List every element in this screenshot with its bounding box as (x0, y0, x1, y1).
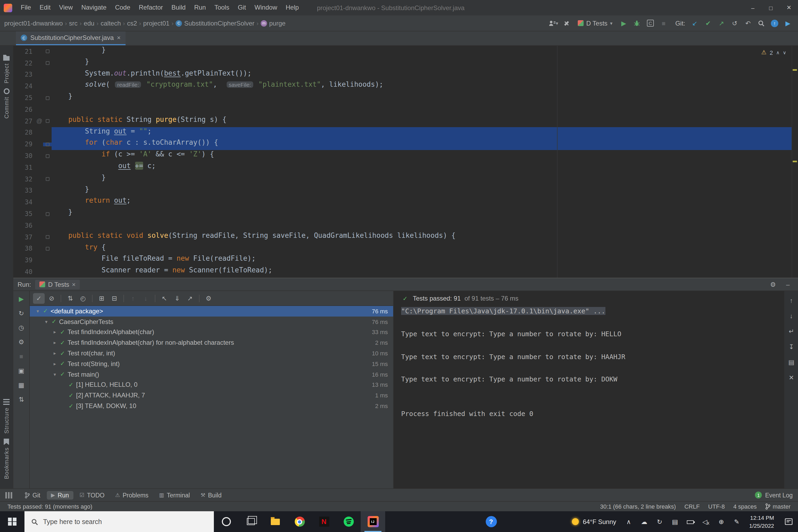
fold-marker[interactable] (43, 96, 52, 100)
test-tree-row[interactable]: ✓[3] TEAM, DOKW, 102 ms (30, 401, 393, 411)
stop-button[interactable]: ■ (658, 18, 669, 28)
tool-windows-icon[interactable] (5, 492, 13, 498)
code-line[interactable]: 40 Scanner reader = new Scanner(fileToRe… (13, 266, 798, 278)
tray-expand-icon[interactable]: ∧ (621, 518, 636, 525)
code-line[interactable]: 21 } (13, 46, 798, 57)
line-number[interactable]: 25 (13, 94, 36, 101)
breadcrumb-item[interactable]: cs2 (127, 19, 137, 27)
test-tree-row[interactable]: ✓[1] HELLO, HELLO, 013 ms (30, 380, 393, 390)
line-number[interactable]: 30 (13, 152, 36, 159)
code-line[interactable]: 31 out += c; (13, 162, 798, 173)
show-passed-icon[interactable]: ✓ (33, 293, 45, 304)
console-line[interactable]: Process finished with exit code 0 (394, 410, 784, 421)
test-tree-row[interactable]: ▸✓Test rot(String, int)15 ms (30, 359, 393, 369)
line-number[interactable]: 21 (13, 48, 36, 55)
tree-chevron-icon[interactable]: ▸ (51, 340, 58, 345)
line-number[interactable]: 23 (13, 71, 36, 78)
fold-marker[interactable] (43, 235, 52, 239)
fold-marker[interactable] (43, 154, 52, 158)
menu-tools[interactable]: Tools (210, 0, 233, 15)
onedrive-icon[interactable]: ☁ (636, 518, 652, 525)
line-number[interactable]: 26 (13, 106, 36, 113)
soft-wrap-icon[interactable]: ↵ (785, 326, 797, 337)
status-widget[interactable]: 30:1 (66 chars, 2 line breaks) (600, 503, 676, 510)
line-number[interactable]: 31 (13, 164, 36, 171)
grid-tray-icon[interactable]: ▤ (667, 518, 683, 525)
fold-marker[interactable] (43, 50, 52, 54)
line-number[interactable]: 28 (13, 129, 36, 136)
network-icon[interactable]: ⊕ (714, 518, 729, 525)
test-tree-row[interactable]: ▾✓<default package>76 ms (30, 306, 393, 317)
console-line[interactable]: Type text to encrypt: Type a number to r… (394, 330, 784, 341)
editor-tab[interactable]: C SubstitutionCipherSolver.java × (16, 32, 126, 45)
breadcrumb-item[interactable]: caltech (100, 19, 121, 27)
sync-icon[interactable]: ↻ (652, 518, 667, 525)
console-output[interactable]: "C:\Program Files\Java\jdk-17.0.1\bin\ja… (394, 306, 784, 488)
prev-problem-icon[interactable]: ∧ (776, 50, 780, 55)
tree-chevron-icon[interactable]: ▾ (51, 372, 58, 377)
warning-mark[interactable] (793, 161, 797, 162)
clock-widget[interactable]: 12:14 PM 1/25/2022 (744, 514, 779, 529)
line-number[interactable]: 24 (13, 83, 36, 90)
breadcrumb-item[interactable]: mpurge (261, 19, 285, 27)
cortana-button[interactable] (214, 511, 238, 532)
code-editor[interactable]: 21 }22 }23 System.out.println(best.getPl… (13, 46, 798, 278)
task-view-button[interactable] (238, 511, 263, 532)
line-number[interactable]: 36 (13, 222, 36, 229)
code-line[interactable]: 24 solve( readFile: "cryptogram.txt", sa… (13, 81, 798, 92)
collapse-all-icon[interactable]: ⊟ (109, 293, 120, 304)
code-line[interactable]: 38 try { (13, 243, 798, 254)
expand-all-icon[interactable]: ⊞ (96, 293, 108, 304)
status-widget[interactable]: 4 spaces (733, 503, 757, 510)
code-line[interactable]: 32 } (13, 173, 798, 185)
event-log-button[interactable]: 1Event Log (755, 492, 793, 498)
tool-window-button-build[interactable]: ⚒Build (196, 491, 226, 499)
console-line[interactable] (394, 318, 784, 330)
next-problem-icon[interactable]: ∨ (783, 50, 786, 55)
search-everywhere-icon[interactable] (756, 18, 767, 28)
coverage-report-icon[interactable]: ▦ (15, 380, 27, 391)
code-line[interactable]: 25 } (13, 92, 798, 104)
menu-help[interactable]: Help (281, 0, 303, 15)
inspection-widget[interactable]: ⚠ 2 ∧ ∨ (761, 49, 786, 56)
line-number[interactable]: 27 (13, 117, 36, 125)
test-runner-settings-icon[interactable]: ⚙ (203, 293, 214, 304)
test-tree-row[interactable]: ▾✓CaesarCipherTests76 ms (30, 317, 393, 327)
maximize-button[interactable]: □ (762, 0, 780, 15)
run-button[interactable]: ▶ (618, 18, 630, 28)
error-stripe[interactable] (792, 46, 798, 278)
test-tree-row[interactable]: ✓[2] ATTACK, HAAHJR, 71 ms (30, 390, 393, 401)
console-line[interactable] (394, 386, 784, 398)
menu-file[interactable]: File (17, 0, 35, 15)
netflix-button[interactable]: N (312, 511, 336, 532)
console-line[interactable]: "C:\Program Files\Java\jdk-17.0.1\bin\ja… (394, 307, 784, 318)
breadcrumb-item[interactable]: edu (84, 19, 94, 27)
code-line[interactable]: 22 } (13, 57, 798, 69)
console-line[interactable]: Type text to encrypt: Type a number to r… (394, 375, 784, 387)
breadcrumb-item[interactable]: src (69, 19, 77, 27)
line-number[interactable]: 39 (13, 256, 36, 264)
code-line[interactable]: 29 for (char c : s.toCharArray()) { (13, 138, 798, 150)
pen-icon[interactable]: ✎ (729, 518, 744, 525)
code-line[interactable]: 34 return out; (13, 196, 798, 208)
status-widget[interactable]: UTF-8 (708, 503, 725, 510)
minimize-button[interactable]: – (744, 0, 762, 15)
tab-close-icon[interactable]: × (117, 34, 121, 41)
fold-marker[interactable] (43, 212, 52, 216)
hide-panel-icon[interactable]: – (782, 279, 794, 290)
console-line[interactable]: Type text to encrypt: Type a number to r… (394, 353, 784, 364)
warning-mark[interactable] (793, 69, 797, 71)
debug-button[interactable] (631, 18, 643, 28)
user-profile-icon[interactable]: ▾ (547, 18, 559, 28)
ide-update-icon[interactable]: ↑ (769, 18, 780, 28)
tool-window-button-todo[interactable]: ☑TODO (75, 491, 109, 499)
menu-build[interactable]: Build (167, 0, 190, 15)
thread-dump-icon[interactable]: ▣ (15, 365, 27, 376)
close-button[interactable]: ✕ (780, 0, 798, 15)
code-line[interactable]: 39 File fileToRead = new File(readFile); (13, 254, 798, 266)
code-line[interactable]: 33 } (13, 185, 798, 196)
menu-git[interactable]: Git (233, 0, 250, 15)
history-button[interactable]: ↺ (729, 18, 741, 28)
spotify-button[interactable] (336, 511, 361, 532)
tree-chevron-icon[interactable]: ▸ (51, 350, 58, 356)
